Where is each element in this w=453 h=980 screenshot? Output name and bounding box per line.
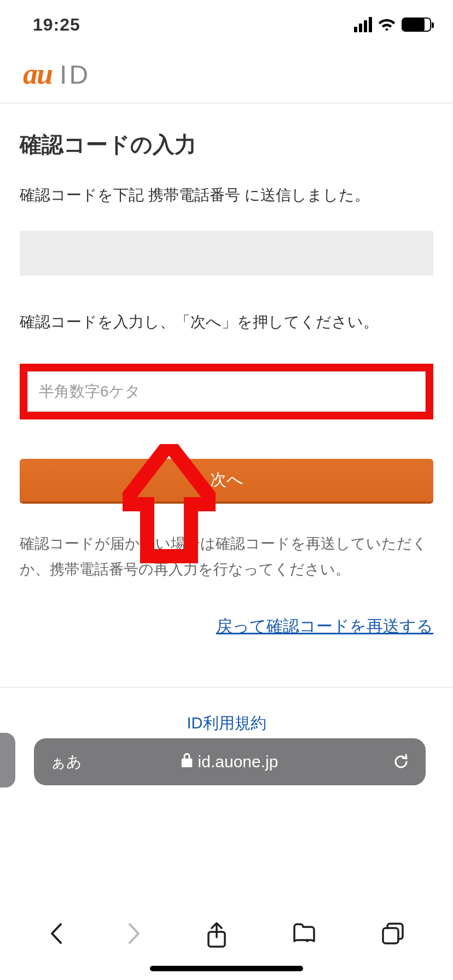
reload-button[interactable] — [393, 752, 409, 771]
reader-aa-button[interactable]: ぁあ — [50, 751, 82, 772]
battery-icon — [402, 18, 431, 32]
resend-link-wrap: 戻って確認コードを再送する — [20, 615, 433, 638]
status-right — [354, 17, 431, 32]
svg-rect-1 — [383, 928, 398, 943]
cellular-icon — [354, 17, 372, 32]
instruction-text: 確認コードを入力し、「次へ」を押してください。 — [20, 308, 433, 336]
phone-number-box — [20, 231, 433, 276]
resend-link[interactable]: 戻って確認コードを再送する — [216, 617, 433, 635]
resend-note: 確認コードが届かない場合は確認コードを再送していただくか、携帯電話番号の再入力を… — [20, 531, 433, 583]
url-display: id.auone.jp — [182, 752, 278, 771]
code-input-highlight — [20, 364, 433, 419]
status-time: 19:25 — [33, 15, 80, 35]
home-indicator — [150, 966, 303, 971]
lock-icon — [182, 752, 193, 771]
logo-au: au — [23, 57, 52, 91]
bookmarks-button[interactable] — [292, 922, 317, 944]
back-button[interactable] — [49, 922, 63, 945]
next-button[interactable]: 次へ — [20, 459, 433, 501]
safari-url-area: ぁあ id.auone.jp — [0, 733, 453, 785]
confirmation-code-input[interactable] — [27, 371, 426, 412]
site-header: au ID — [0, 49, 453, 103]
footer-divider — [0, 687, 453, 687]
terms-link[interactable]: ID利用規約 — [187, 714, 266, 732]
forward-button[interactable] — [127, 922, 142, 945]
tabs-button[interactable] — [381, 922, 404, 945]
share-button[interactable] — [206, 922, 227, 948]
safari-tab-peek[interactable] — [0, 733, 15, 788]
status-bar: 19:25 — [0, 0, 453, 49]
page-title: 確認コードの入力 — [20, 103, 433, 182]
sent-message: 確認コードを下記 携帯電話番号 に送信しました。 — [20, 182, 433, 209]
au-id-logo: au ID — [23, 57, 430, 91]
url-domain: id.auone.jp — [198, 752, 278, 771]
main-container: 確認コードの入力 確認コードを下記 携帯電話番号 に送信しました。 確認コードを… — [0, 103, 453, 771]
wifi-icon — [378, 18, 396, 32]
logo-id: ID — [60, 60, 90, 90]
safari-url-bar[interactable]: ぁあ id.auone.jp — [34, 738, 426, 785]
